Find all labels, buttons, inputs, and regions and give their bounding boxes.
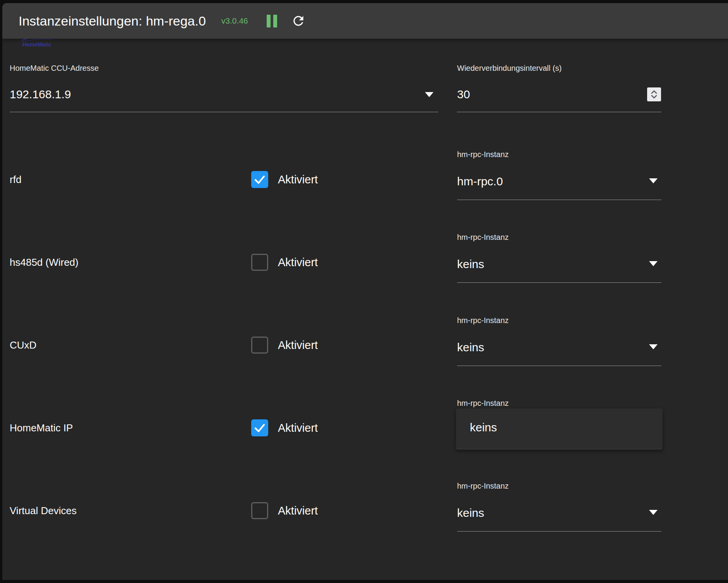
aktiviert-label: Aktiviert <box>278 171 318 188</box>
aktiviert-checkbox-rfd[interactable] <box>251 171 268 188</box>
hm-rpc-instance-value: keins <box>457 340 484 354</box>
aktiviert-checkbox-virtual-devices[interactable] <box>251 502 268 519</box>
field-underline <box>457 282 661 283</box>
instance-settings-dialog: HomeMatic Instanzeinstellungen: hm-rega.… <box>2 3 728 580</box>
field-underline <box>457 531 661 532</box>
hm-rpc-instance-label: hm-rpc-Instanz <box>457 481 509 491</box>
hm-rpc-instance-select-rfd[interactable]: hm-rpc-Instanz hm-rpc.0 <box>457 150 661 201</box>
hm-rpc-instance-value: keins <box>457 257 484 271</box>
adapter-name-label: Virtual Devices <box>10 502 77 519</box>
adapter-name-label: hs485d (Wired) <box>10 254 79 271</box>
chevron-down-icon[interactable] <box>649 261 658 266</box>
aktiviert-label: Aktiviert <box>278 337 318 354</box>
field-underline <box>457 112 661 112</box>
hm-rpc-instance-label: hm-rpc-Instanz <box>457 316 509 325</box>
hm-rpc-instance-option[interactable]: keins <box>470 420 497 435</box>
ccu-address-label: HomeMatic CCU-Adresse <box>10 63 99 73</box>
field-underline <box>10 112 438 112</box>
dialog-title: Instanzeinstellungen: hm-rega.0 <box>19 14 206 29</box>
hm-rpc-instance-select-homematic-ip[interactable]: hm-rpc-Instanz keins <box>457 398 661 450</box>
hm-rpc-instance-select-cuxd[interactable]: hm-rpc-Instanz keins <box>457 316 661 367</box>
hm-rpc-instance-select-hs485d[interactable]: hm-rpc-Instanz keins <box>457 233 661 284</box>
refresh-icon[interactable] <box>291 14 306 28</box>
hm-rpc-instance-label: hm-rpc-Instanz <box>457 233 509 242</box>
instance-settings-screen: HomeMatic Instanzeinstellungen: hm-rega.… <box>0 0 728 583</box>
ccu-address-select[interactable]: HomeMatic CCU-Adresse 192.168.1.9 <box>10 63 438 115</box>
hm-rpc-instance-select-virtual-devices[interactable]: hm-rpc-Instanz keins <box>457 481 661 532</box>
checkmark-icon <box>251 171 268 188</box>
adapter-name-label: rfd <box>10 171 21 188</box>
checkmark-icon <box>251 419 268 436</box>
hm-rpc-instance-value: hm-rpc.0 <box>457 174 503 188</box>
aktiviert-label: Aktiviert <box>278 419 318 436</box>
aktiviert-label: Aktiviert <box>278 502 318 519</box>
reconnect-interval-label: Wiederverbindungsintervall (s) <box>457 63 562 73</box>
hm-rpc-instance-label: hm-rpc-Instanz <box>457 398 509 408</box>
chevron-down-icon[interactable] <box>649 178 658 183</box>
adapter-name-label: HomeMatic IP <box>10 419 73 436</box>
aktiviert-checkbox-cuxd[interactable] <box>251 337 268 354</box>
adapter-name-label: CUxD <box>10 337 36 354</box>
homematic-logo-text: HomeMatic <box>22 41 51 47</box>
chevron-down-icon[interactable] <box>649 344 658 349</box>
reconnect-interval-input[interactable]: Wiederverbindungsintervall (s) 30 <box>457 63 661 115</box>
field-underline <box>457 200 661 200</box>
aktiviert-label: Aktiviert <box>278 254 318 271</box>
chevron-down-icon[interactable] <box>425 92 433 97</box>
ccu-address-value: 192.168.1.9 <box>10 87 71 101</box>
aktiviert-checkbox-homematic-ip[interactable] <box>251 419 268 436</box>
number-stepper[interactable] <box>647 87 661 101</box>
pause-icon[interactable] <box>267 15 277 27</box>
hm-rpc-instance-label: hm-rpc-Instanz <box>457 150 509 159</box>
aktiviert-checkbox-hs485d[interactable] <box>251 254 268 271</box>
hm-rpc-instance-value: keins <box>457 506 484 520</box>
field-underline <box>457 366 661 366</box>
hm-rpc-instance-menu[interactable]: keins <box>456 409 663 450</box>
chevron-down-icon[interactable] <box>649 510 658 515</box>
adapter-version: v3.0.46 <box>221 16 248 26</box>
reconnect-interval-value: 30 <box>457 87 470 101</box>
dialog-header: Instanzeinstellungen: hm-rega.0 v3.0.46 <box>2 3 728 39</box>
